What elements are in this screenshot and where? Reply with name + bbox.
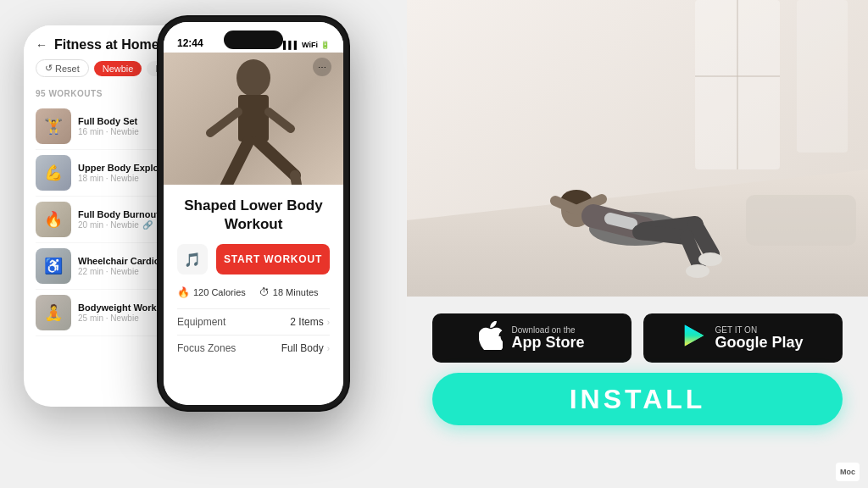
flame-icon: 🔥 [177, 286, 190, 298]
chevron-right-icon: › [327, 318, 330, 327]
google-play-text: GET IT ON Google Play [715, 325, 803, 352]
battery-icon: 🔋 [320, 41, 330, 49]
wifi-icon: WiFi [302, 41, 318, 49]
svg-rect-15 [746, 195, 856, 246]
workout-actions: 🎵 START WORKOUT [177, 244, 330, 274]
install-button[interactable]: INSTALL [432, 373, 843, 425]
google-play-button[interactable]: GET IT ON Google Play [643, 313, 843, 363]
google-play-sublabel: GET IT ON [715, 325, 803, 335]
svg-line-25 [640, 232, 687, 237]
chevron-right-icon: › [327, 344, 330, 353]
calories-stat: 🔥 120 Calories [177, 286, 246, 298]
calories-value: 120 Calories [193, 287, 246, 297]
fitness-photo [407, 0, 868, 297]
workout-thumb: 💪 [36, 155, 71, 191]
reset-icon: ↺ [45, 63, 53, 74]
start-workout-button[interactable]: START WORKOUT [216, 244, 330, 274]
svg-line-22 [610, 219, 632, 224]
play-icon [682, 324, 706, 353]
back-phone-title: Fitness at Home [54, 37, 159, 53]
status-icons: ▌▌▌ WiFi 🔋 [283, 41, 330, 49]
equipment-label: Equipment [177, 316, 225, 328]
music-button[interactable]: 🎵 [177, 244, 208, 274]
clock-icon: ⏱ [259, 286, 270, 298]
focus-zones-label: Focus Zones [177, 342, 236, 354]
workout-stats: 🔥 120 Calories ⏱ 18 Minutes [177, 286, 330, 298]
right-section: Download on the App Store [407, 0, 868, 488]
app-store-sublabel: Download on the [511, 325, 584, 335]
svg-rect-12 [797, 0, 848, 152]
app-store-button[interactable]: Download on the App Store [432, 313, 632, 363]
phone-front-shell: 12:44 ▌▌▌ WiFi 🔋 [157, 15, 350, 412]
google-play-label: Google Play [715, 335, 803, 352]
workout-thumb: 🔥 [36, 202, 71, 237]
app-store-text: Download on the App Store [511, 325, 584, 352]
filter-reset-chip[interactable]: ↺ Reset [36, 59, 89, 77]
store-buttons: Download on the App Store [432, 313, 843, 363]
workout-thumb: 🏋️ [36, 108, 71, 144]
svg-point-27 [698, 252, 722, 266]
workout-panel: Shaped Lower Body Workout 🎵 START WORKOU… [164, 185, 343, 405]
duration-stat: ⏱ 18 Minutes [259, 286, 319, 298]
svg-point-28 [686, 264, 709, 278]
svg-point-1 [236, 59, 270, 97]
workout-thumb: ♿ [36, 248, 71, 284]
signal-icon: ▌▌▌ [283, 41, 299, 49]
equipment-row[interactable]: Equipment 2 Items › [177, 308, 330, 335]
workout-title: Shaped Lower Body Workout [177, 197, 330, 234]
app-store-label: App Store [511, 335, 584, 352]
dynamic-island [224, 30, 283, 49]
share-icon: ⋯ [313, 58, 331, 76]
focus-zones-row[interactable]: Focus Zones Full Body › [177, 335, 330, 361]
equipment-value: 2 Items › [290, 316, 330, 328]
watermark: Moc [836, 463, 860, 481]
status-time: 12:44 [177, 37, 203, 49]
left-section: ← Fitness at Home ↺ Reset Newbie Medium … [0, 0, 407, 488]
svg-marker-30 [685, 324, 704, 346]
duration-value: 18 Minutes [273, 287, 319, 297]
back-arrow-icon: ← [36, 38, 47, 52]
workout-thumb: 🧘 [36, 295, 71, 330]
filter-newbie-chip[interactable]: Newbie [94, 61, 142, 76]
phone-screen: 12:44 ▌▌▌ WiFi 🔋 [164, 22, 343, 405]
focus-zones-value: Full Body › [281, 342, 330, 354]
svg-rect-2 [238, 95, 269, 141]
apple-icon [479, 321, 503, 356]
bottom-actions: Download on the App Store [407, 297, 868, 488]
